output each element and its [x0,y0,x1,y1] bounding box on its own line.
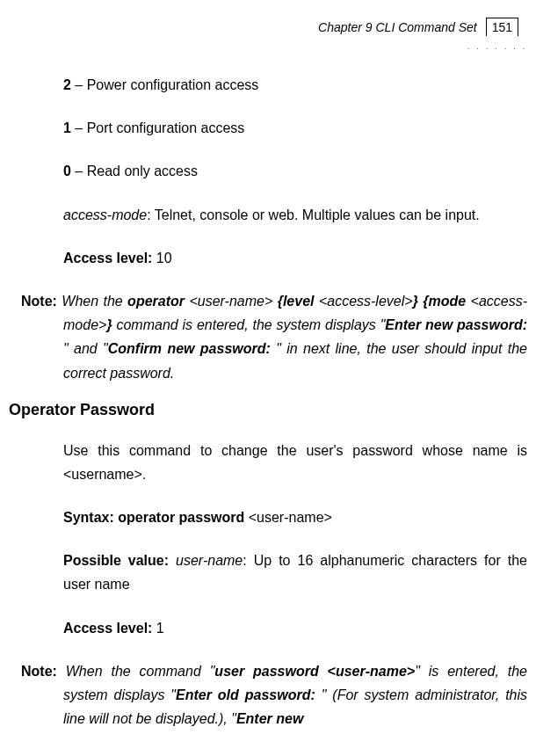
possible-term: user-name [176,553,243,568]
note-2-label: Note: [21,664,57,679]
note-1-t2: <user-name> [185,294,278,309]
note-1-label: Note: [21,294,57,309]
note-1-level: {level [278,294,315,309]
note-1-confirm: Confirm new password [108,341,266,356]
note-2-enternew: Enter new [236,711,303,726]
access-level-10: Access level: 10 [63,246,527,270]
chapter-title: Chapter 9 CLI Command Set [318,20,477,34]
page-number: 151 [486,18,518,36]
note-1-operator: operator [127,294,185,309]
level-2-line: 2 – Power configuration access [63,73,527,97]
note-1-t1: When the [57,294,127,309]
note-2-colon1: : [310,687,321,702]
page-content: 2 – Power configuration access 1 – Port … [9,73,527,731]
access-level-1: Access level: 1 [63,616,527,640]
note-1-t5: command is entered, the system displays … [112,317,386,332]
access-level-1-label: Access level: [63,621,152,636]
note-1: Note: When the operator <user-name> {lev… [9,289,527,385]
note-1-enter: Enter new password [385,317,522,332]
level-0-num: 0 [63,164,71,178]
note-2-enterold: Enter old password [176,687,310,702]
note-1-colon1: : [523,317,527,332]
level-1-line: 1 – Port configuration access [63,116,527,140]
section-heading-operator-password: Operator Password [9,401,527,419]
access-level-10-label: Access level: [63,251,152,265]
note-1-t3: <access-level> [315,294,413,309]
header-dots: . . . . . . . [9,43,527,51]
syntax-arg: <user-name> [249,510,332,525]
page-header: Chapter 9 CLI Command Set 151 [9,18,527,36]
access-mode-para: access-mode: Telnet, console or web. Mul… [63,203,527,227]
access-mode-term: access-mode [63,207,147,222]
access-level-1-value: 1 [152,621,163,636]
access-level-10-value: 10 [152,251,171,265]
syntax-label: Syntax: operator password [63,510,249,525]
level-1-num: 1 [63,120,71,135]
note-1-colon2: : [266,341,277,356]
syntax-line: Syntax: operator password <user-name> [63,505,527,529]
level-1-text: – Port configuration access [71,120,244,135]
note-2-t1: When the command " [57,664,214,679]
level-0-line: 0 – Read only access [63,159,527,183]
note-2: Note: When the command "user password <u… [9,659,527,731]
note-1-mode: {mode [418,294,466,309]
note-2-cmd: user password <user-name> [214,664,415,679]
level-2-text: – Power configuration access [71,77,258,92]
use-command-para: Use this command to change the user's pa… [63,439,527,486]
level-0-text: – Read only access [71,164,198,178]
possible-label: Possible value: [63,553,176,568]
possible-value-para: Possible value: user-name: Up to 16 alph… [63,549,527,596]
note-1-t6: " and " [63,341,108,356]
level-2-num: 2 [63,77,71,92]
access-mode-rest: : Telnet, console or web. Multiple value… [147,207,480,222]
